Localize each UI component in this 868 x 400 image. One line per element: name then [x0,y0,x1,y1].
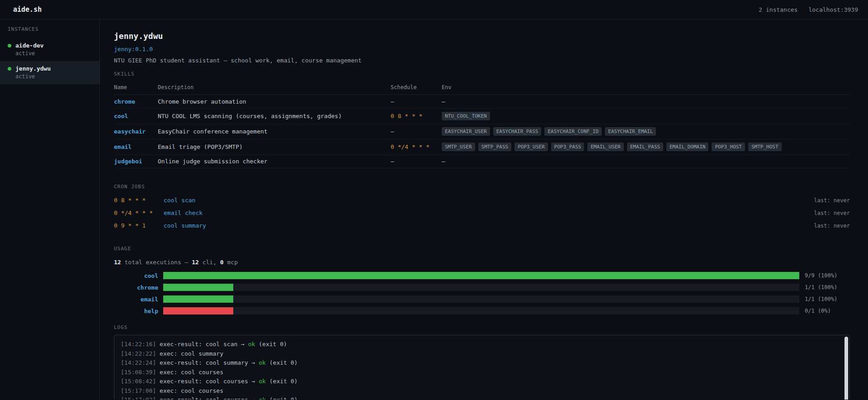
log-status-ok: ok [259,396,266,400]
skills-column-header: Name [114,81,158,95]
log-message: exec: cool summary [156,350,223,357]
empty-schedule: – [391,128,394,135]
env-var-badge: POP3_PASS [551,143,585,151]
usage-section-header: USAGE [114,246,850,252]
usage-section: USAGE 12 total executions — 12 cli, 0 mc… [114,246,850,314]
skill-description: Chrome browser automation [158,95,391,109]
sidebar-item-aide-dev[interactable]: aide-devactive [0,38,99,61]
log-exit-code: (exit 0) [255,341,287,348]
cron-command-link[interactable]: email check [164,210,203,217]
usage-bar-value: 1/1 (100%) [799,296,850,302]
instance-list: aide-devactivejenny.ydwuactive [0,38,99,84]
skill-schedule: 0 */4 * * * [391,143,429,150]
skill-name-link[interactable]: email [114,143,132,150]
log-timestamp: [15:08:42] [121,378,156,385]
skills-table-header-row: NameDescriptionScheduleEnv [114,81,850,95]
skill-name-link[interactable]: easychair [114,128,146,135]
log-scrollbar-thumb[interactable] [844,337,848,400]
skill-schedule: 0 8 * * * [391,113,422,119]
cron-schedule: 0 9 * * 1 [114,222,164,229]
log-line: [14:22:22] exec: cool summary [121,349,843,359]
log-exit-code: (exit 0) [266,359,297,366]
app-layout: INSTANCES aide-devactivejenny.ydwuactive… [0,19,868,400]
host-address: localhost:3939 [808,6,858,13]
env-var-badge: EMAIL_USER [587,143,623,151]
usage-skill-label[interactable]: email [114,296,158,303]
skills-column-header: Schedule [391,81,442,95]
sidebar-item-jenny.ydwu[interactable]: jenny.ydwuactive [0,61,99,84]
skill-row: chromeChrome browser automation–– [114,95,850,109]
usage-bar-row: help0/1 (0%) [114,307,850,314]
skill-name-link[interactable]: judgeboi [114,158,142,165]
skill-row: easychairEasyChair conference management… [114,124,850,139]
env-var-badge: POP3_HOST [712,143,745,151]
usage-skill-label[interactable]: help [114,308,158,314]
instances-count: 2 instances [759,6,797,13]
cron-last-run: last: never [814,210,850,217]
cron-job-list: 0 8 * * *cool scanlast: never0 */4 * * *… [114,197,850,229]
cron-job-row: 0 8 * * *cool scanlast: never [114,197,850,204]
skill-name-link[interactable]: cool [114,113,128,119]
cron-command-link[interactable]: cool summary [164,222,206,229]
usage-bar-fill [163,284,233,291]
cron-jobs-section: CRON JOBS 0 8 * * *cool scanlast: never0… [114,184,850,229]
usage-bar-row: cool9/9 (100%) [114,272,850,279]
usage-bar-chart: cool9/9 (100%)chrome1/1 (100%)email1/1 (… [114,272,850,314]
usage-summary-part: total executions — [121,259,192,266]
usage-bar-track [163,295,799,303]
usage-bar-row: email1/1 (100%) [114,295,850,303]
usage-bar-track [163,284,799,291]
log-line: [15:08:42] exec-result: cool courses → o… [121,377,843,386]
log-line: [15:17:02] exec-result: cool courses → o… [121,395,843,400]
main-content: jenny.ydwu jenny:0.1.0 NTU GIEE PhD stud… [100,19,868,400]
log-status-ok: ok [248,341,255,348]
usage-bar-track [163,272,799,279]
skills-table: NameDescriptionScheduleEnv chromeChrome … [114,81,850,168]
cron-command-link[interactable]: cool scan [164,197,195,204]
log-message: exec-result: cool scan → [156,341,248,348]
cron-job-row: 0 9 * * 1cool summarylast: never [114,222,850,229]
log-timestamp: [15:17:02] [121,396,156,400]
top-bar-status: 2 instances localhost:3939 [759,6,858,13]
log-timestamp: [15:17:00] [121,387,156,394]
log-message: exec-result: cool courses → [156,378,259,385]
usage-bar-value: 0/1 (0%) [799,308,850,314]
usage-bar-fill [163,272,799,279]
env-var-badge: EMAIL_DOMAIN [666,143,708,151]
usage-summary-part: 12 [192,259,199,266]
log-message: exec: cool courses [156,369,223,376]
usage-bar-track [163,307,799,314]
log-exit-code: (exit 0) [266,396,297,400]
logs-section-header: LOGS [114,324,850,330]
cron-job-row: 0 */4 * * *email checklast: never [114,210,850,217]
log-line: [14:22:24] exec-result: cool summary → o… [121,358,843,368]
env-var-badge: EASYCHAIR_CONF_ID [544,127,602,136]
log-message: exec: cool courses [156,387,223,394]
skill-name-link[interactable]: chrome [114,98,135,105]
empty-schedule: – [391,98,394,105]
cron-schedule: 0 8 * * * [114,197,164,204]
log-line: [15:08:39] exec: cool courses [121,368,843,377]
log-viewer[interactable]: [14:22:16] exec-result: cool scan → ok (… [114,335,850,400]
env-var-badge: POP3_USER [514,143,548,151]
instance-status: active [15,50,92,57]
status-dot-icon [8,67,11,71]
usage-skill-label[interactable]: cool [114,272,158,279]
sidebar: INSTANCES aide-devactivejenny.ydwuactive [0,19,100,400]
instance-row: jenny.ydwu [8,65,92,72]
env-var-badge: NTU_COOL_TOKEN [442,112,490,120]
usage-skill-label[interactable]: chrome [114,284,158,291]
cron-schedule: 0 */4 * * * [114,210,164,217]
skill-description: Online judge submission checker [158,155,391,168]
log-line: [15:17:00] exec: cool courses [121,386,843,396]
sidebar-header: INSTANCES [0,26,99,32]
skill-row: emailEmail triage (POP3/SMTP)0 */4 * * *… [114,139,850,155]
log-status-ok: ok [259,378,266,385]
cron-last-run: last: never [814,197,850,204]
log-line: [14:22:16] exec-result: cool scan → ok (… [121,340,843,349]
skill-description: Email triage (POP3/SMTP) [158,139,391,155]
usage-bar-value: 9/9 (100%) [799,272,850,279]
app-title: aide.sh [13,5,42,14]
cron-last-run: last: never [814,222,850,229]
env-var-badge: SMTP_PASS [478,143,512,151]
